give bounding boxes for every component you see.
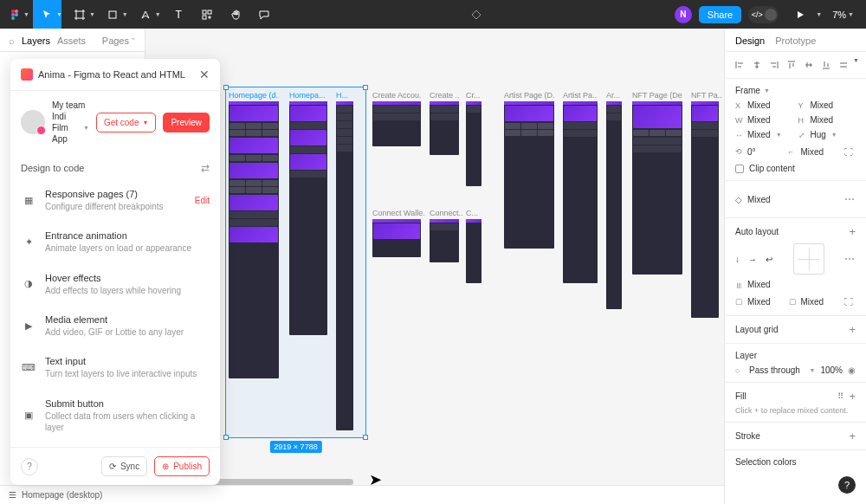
hug-field[interactable]: Hug: [811, 130, 826, 139]
frame-label[interactable]: Artist Pa...: [563, 91, 598, 100]
artboard[interactable]: [372, 219, 421, 257]
hand-tool[interactable]: [222, 0, 250, 29]
chevron-down-icon[interactable]: ▼: [848, 11, 854, 17]
artboard[interactable]: [289, 101, 327, 335]
feature-item[interactable]: ◑ Hover effects Add effects to layers wh…: [10, 263, 220, 305]
tab-prototype[interactable]: Prototype: [775, 36, 816, 46]
chevron-down-icon[interactable]: ▼: [155, 11, 161, 17]
project-dropdown[interactable]: Indi Film App▼: [52, 111, 89, 145]
publish-button[interactable]: ⊕Publish: [154, 456, 210, 476]
artboard[interactable]: [466, 219, 481, 283]
sync-icon[interactable]: ⇄: [201, 162, 210, 174]
help-float-button[interactable]: ?: [838, 476, 856, 494]
spacing-field[interactable]: Mixed: [747, 280, 771, 289]
resources-tool[interactable]: [193, 0, 222, 29]
artboard[interactable]: [372, 101, 421, 146]
present-button[interactable]: [785, 0, 814, 29]
styles-icon[interactable]: ⠿: [837, 391, 843, 401]
chevron-down-icon[interactable]: ▼: [122, 11, 128, 17]
direction-right-icon[interactable]: →: [748, 255, 757, 264]
x-field[interactable]: Mixed: [747, 100, 771, 110]
frame-label[interactable]: Artist Page (D...: [504, 91, 554, 100]
user-avatar[interactable]: N: [675, 6, 692, 23]
h-field[interactable]: Mixed: [811, 115, 834, 125]
padding-h-field[interactable]: Mixed: [747, 297, 771, 307]
help-button[interactable]: ?: [21, 458, 38, 475]
frame-label[interactable]: Connect...: [430, 209, 462, 217]
preview-button[interactable]: Preview: [163, 113, 210, 132]
padding-v-field[interactable]: Mixed: [801, 297, 824, 307]
align-right-icon[interactable]: [766, 57, 782, 73]
frame-label[interactable]: Cr...: [466, 91, 481, 100]
feature-item[interactable]: ▣ Submit button Collect data from users …: [10, 389, 220, 443]
list-icon[interactable]: ☰: [9, 490, 16, 500]
frame-label[interactable]: Ar...: [606, 91, 622, 100]
frame-label[interactable]: H...: [336, 91, 353, 100]
team-avatar[interactable]: [21, 110, 45, 134]
comment-tool[interactable]: [250, 0, 279, 29]
frame-label[interactable]: Connect Walle...: [372, 209, 424, 217]
artboard[interactable]: [606, 101, 622, 309]
chevron-down-icon[interactable]: ▼: [56, 11, 62, 17]
close-icon[interactable]: ✕: [199, 68, 210, 81]
direction-down-icon[interactable]: ↓: [735, 255, 740, 264]
align-center-h-icon[interactable]: [749, 57, 765, 73]
align-bottom-icon[interactable]: [818, 57, 834, 73]
frame-section-title[interactable]: Frame: [735, 86, 760, 95]
current-page-label[interactable]: Homepage (desktop): [22, 490, 102, 500]
more-icon[interactable]: ⋯: [844, 253, 856, 265]
corner-field[interactable]: Mixed: [801, 147, 824, 157]
artboard[interactable]: [691, 101, 719, 318]
frame-label[interactable]: Homepage (d...: [229, 91, 279, 100]
align-left-icon[interactable]: [732, 57, 747, 73]
resize-h-field[interactable]: Mixed: [747, 130, 771, 139]
artboard[interactable]: [336, 101, 353, 430]
frame-label[interactable]: Create ...: [430, 91, 459, 100]
clip-content-checkbox[interactable]: [735, 165, 744, 173]
opacity-field[interactable]: 100%: [820, 365, 843, 375]
artboard[interactable]: [466, 101, 481, 186]
variant-mixed[interactable]: Mixed: [747, 195, 771, 204]
add-fill-icon[interactable]: +: [849, 390, 856, 403]
search-icon[interactable]: ⌕: [9, 36, 15, 46]
artboard[interactable]: [229, 101, 279, 378]
more-icon[interactable]: ⋯: [844, 193, 856, 205]
frame-label[interactable]: Create Accou...: [372, 91, 421, 100]
visibility-icon[interactable]: ◉: [848, 365, 856, 375]
frame-label[interactable]: NFT Pa...: [691, 91, 722, 100]
frame-label[interactable]: NFT Page (De...: [632, 91, 682, 100]
blend-mode-field[interactable]: Pass through: [749, 365, 804, 375]
corner-detail-icon[interactable]: ⛶: [842, 145, 856, 158]
artboard[interactable]: [632, 101, 682, 275]
artboard[interactable]: [504, 101, 554, 249]
feature-item[interactable]: ▶ Media element Add video, GIF or Lottie…: [10, 305, 220, 346]
canvas[interactable]: 2919 × 7788 Homepage (d... Homepa... H..…: [145, 29, 724, 504]
artboard[interactable]: [430, 219, 459, 262]
tab-layers[interactable]: Layers: [22, 36, 50, 46]
chevron-down-icon[interactable]: ▼: [89, 11, 95, 17]
edit-link[interactable]: Edit: [195, 196, 210, 205]
pages-dropdown[interactable]: Pages⌃: [102, 36, 136, 46]
align-top-icon[interactable]: [784, 57, 799, 73]
align-center-v-icon[interactable]: [801, 57, 817, 73]
feature-item[interactable]: ▦ Responsive pages (7) Configure differe…: [10, 179, 220, 221]
zoom-level[interactable]: 7%: [832, 10, 846, 20]
tidy-icon[interactable]: [836, 57, 851, 73]
chevron-down-icon[interactable]: ▼: [23, 11, 29, 17]
artboard[interactable]: [563, 101, 598, 283]
horizontal-scrollbar[interactable]: [173, 479, 624, 485]
feature-item[interactable]: ⌨ Text input Turn text layers to live in…: [10, 346, 220, 388]
dev-mode-toggle[interactable]: </>: [748, 6, 779, 23]
add-stroke-icon[interactable]: +: [849, 430, 856, 443]
artboard[interactable]: [430, 101, 459, 155]
padding-detail-icon[interactable]: ⛶: [842, 294, 856, 308]
text-tool[interactable]: T: [165, 0, 193, 29]
add-layout-grid-icon[interactable]: +: [849, 323, 856, 336]
sync-button[interactable]: ⟳Sync: [101, 456, 147, 476]
feature-item[interactable]: ✦ Entrance animation Animate layers on l…: [10, 221, 220, 262]
anima-center-icon[interactable]: [462, 0, 491, 29]
frame-label[interactable]: Homepa...: [289, 91, 327, 100]
add-auto-layout-icon[interactable]: +: [849, 225, 856, 238]
get-code-button[interactable]: Get code▼: [96, 113, 157, 132]
rotation-field[interactable]: 0°: [747, 147, 756, 157]
